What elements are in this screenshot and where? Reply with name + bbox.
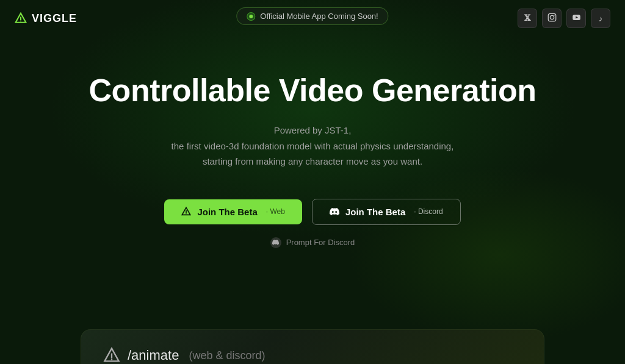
announcement-text: Official Mobile App Coming Soon!	[260, 12, 378, 21]
svg-point-2	[20, 21, 21, 22]
svg-point-5	[554, 15, 555, 16]
svg-point-4	[550, 15, 554, 19]
logo-text: VIGGLE	[32, 12, 77, 25]
card-command: /animate	[128, 348, 179, 363]
main-content: Controllable Video Generation Powered by…	[0, 37, 625, 248]
subtitle-line3: starting from making any character move …	[203, 156, 422, 166]
join-beta-web-button[interactable]: Join The Beta · Web	[164, 199, 302, 224]
announcement-dot	[247, 12, 255, 21]
subtitle-line2: the first video-3d foundation model with…	[172, 141, 454, 151]
instagram-icon	[547, 13, 557, 24]
tiktok-button[interactable]: ♪	[591, 9, 610, 28]
discord-icon	[330, 207, 339, 216]
youtube-button[interactable]	[566, 9, 586, 28]
hero-subtitle: Powered by JST-1, the first video-3d fou…	[172, 123, 454, 170]
youtube-icon	[572, 13, 581, 24]
join-beta-web-sub: · Web	[266, 207, 285, 216]
viggle-logo-icon	[15, 12, 27, 24]
discord-prompt-text: Prompt For Discord	[286, 238, 355, 247]
discord-prompt-link[interactable]: Prompt For Discord	[270, 237, 355, 248]
card-header: /animate (web & discord)	[103, 347, 522, 364]
card-viggle-icon	[103, 347, 120, 364]
card-sub: (web & discord)	[189, 349, 265, 362]
svg-rect-3	[548, 13, 556, 21]
card-logo	[103, 347, 120, 364]
svg-point-10	[186, 213, 187, 214]
social-icons: 𝕏 ♪	[518, 9, 610, 28]
navbar: VIGGLE Official Mobile App Coming Soon! …	[0, 0, 625, 37]
hero-title: Controllable Video Generation	[89, 73, 536, 108]
instagram-button[interactable]	[542, 9, 562, 28]
x-twitter-icon: 𝕏	[524, 13, 530, 23]
bottom-card: /animate (web & discord)	[81, 329, 544, 364]
join-beta-discord-label: Join The Beta	[345, 207, 405, 217]
viggle-btn-icon	[181, 207, 191, 216]
cta-buttons: Join The Beta · Web Join The Beta · Disc…	[164, 199, 460, 225]
logo[interactable]: VIGGLE	[15, 12, 77, 25]
x-twitter-button[interactable]: 𝕏	[518, 9, 537, 28]
announcement-banner[interactable]: Official Mobile App Coming Soon!	[236, 7, 388, 25]
join-beta-discord-sub: · Discord	[414, 207, 443, 216]
subtitle-line1: Powered by JST-1,	[274, 125, 352, 135]
join-beta-discord-button[interactable]: Join The Beta · Discord	[312, 199, 461, 225]
svg-point-13	[111, 359, 112, 360]
tiktok-icon: ♪	[599, 14, 603, 23]
discord-prompt-icon	[270, 237, 281, 248]
join-beta-web-label: Join The Beta	[197, 207, 257, 217]
